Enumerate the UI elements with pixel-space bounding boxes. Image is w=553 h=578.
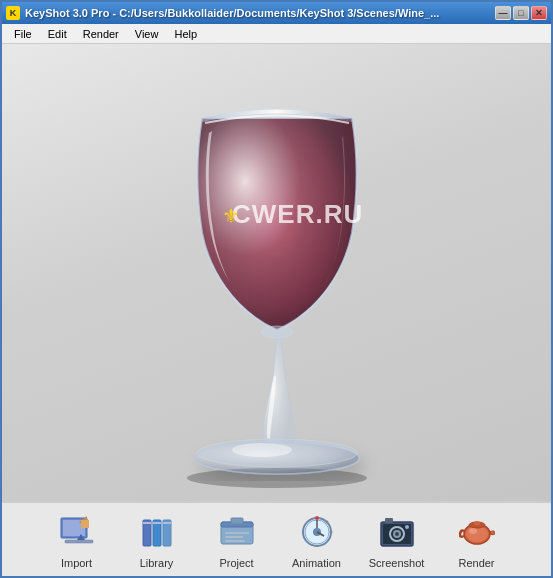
menu-bar: File Edit Render View Help <box>2 24 551 44</box>
menu-help[interactable]: Help <box>166 26 205 42</box>
svg-point-32 <box>329 531 332 534</box>
render-icon-bg <box>455 510 499 554</box>
svg-point-3 <box>232 443 292 457</box>
svg-point-39 <box>405 525 409 529</box>
window-controls: — □ ✕ <box>495 6 547 20</box>
svg-rect-21 <box>231 518 243 524</box>
minimize-button[interactable]: — <box>495 6 511 20</box>
scene-view: CWER.RU ⚜ <box>137 58 417 488</box>
toolbar-item-project[interactable]: Project <box>207 510 267 569</box>
project-label: Project <box>219 557 253 569</box>
svg-point-6 <box>261 326 293 338</box>
svg-point-44 <box>469 528 477 534</box>
animation-icon <box>299 514 335 550</box>
toolbar-item-library[interactable]: Library <box>127 510 187 569</box>
svg-rect-18 <box>163 522 171 524</box>
svg-text:CWER.RU: CWER.RU <box>232 199 363 229</box>
svg-point-30 <box>315 516 319 520</box>
viewport: CWER.RU ⚜ <box>2 44 551 501</box>
app-icon: K <box>6 6 20 20</box>
window-title: KeyShot 3.0 Pro - C:/Users/Bukkollaider/… <box>25 7 439 19</box>
toolbar-item-animation[interactable]: Animation <box>287 510 347 569</box>
svg-rect-11 <box>65 540 93 543</box>
menu-view[interactable]: View <box>127 26 167 42</box>
svg-text:⚜: ⚜ <box>222 205 240 227</box>
project-icon-bg <box>215 510 259 554</box>
render-label: Render <box>458 557 494 569</box>
wine-glass-svg: CWER.RU ⚜ <box>137 58 417 488</box>
toolbar-item-import[interactable]: Import <box>47 510 107 569</box>
maximize-button[interactable]: □ <box>513 6 529 20</box>
svg-rect-23 <box>225 536 243 538</box>
svg-rect-38 <box>385 518 393 523</box>
svg-point-43 <box>474 521 480 525</box>
svg-rect-10 <box>81 520 89 528</box>
toolbar: Import Library <box>2 501 551 576</box>
library-icon-bg <box>135 510 179 554</box>
main-window: K KeyShot 3.0 Pro - C:/Users/Bukkollaide… <box>0 0 553 578</box>
svg-rect-22 <box>225 532 249 534</box>
menu-file[interactable]: File <box>6 26 40 42</box>
svg-point-31 <box>325 521 328 524</box>
svg-rect-17 <box>153 522 161 524</box>
screenshot-label: Screenshot <box>369 557 425 569</box>
toolbar-item-screenshot[interactable]: Screenshot <box>367 510 427 569</box>
render-icon <box>459 514 495 550</box>
animation-label: Animation <box>292 557 341 569</box>
project-icon <box>219 514 255 550</box>
toolbar-item-render[interactable]: Render <box>447 510 507 569</box>
svg-point-37 <box>395 532 399 536</box>
animation-icon-bg <box>295 510 339 554</box>
close-button[interactable]: ✕ <box>531 6 547 20</box>
screenshot-icon <box>379 514 415 550</box>
library-icon <box>139 514 175 550</box>
menu-render[interactable]: Render <box>75 26 127 42</box>
import-icon <box>59 514 95 550</box>
menu-edit[interactable]: Edit <box>40 26 75 42</box>
title-bar-left: K KeyShot 3.0 Pro - C:/Users/Bukkollaide… <box>6 6 439 20</box>
title-bar: K KeyShot 3.0 Pro - C:/Users/Bukkollaide… <box>2 2 551 24</box>
library-label: Library <box>140 557 174 569</box>
import-icon-bg <box>55 510 99 554</box>
screenshot-icon-bg <box>375 510 419 554</box>
import-label: Import <box>61 557 92 569</box>
svg-rect-24 <box>225 540 245 542</box>
svg-rect-16 <box>143 522 151 524</box>
